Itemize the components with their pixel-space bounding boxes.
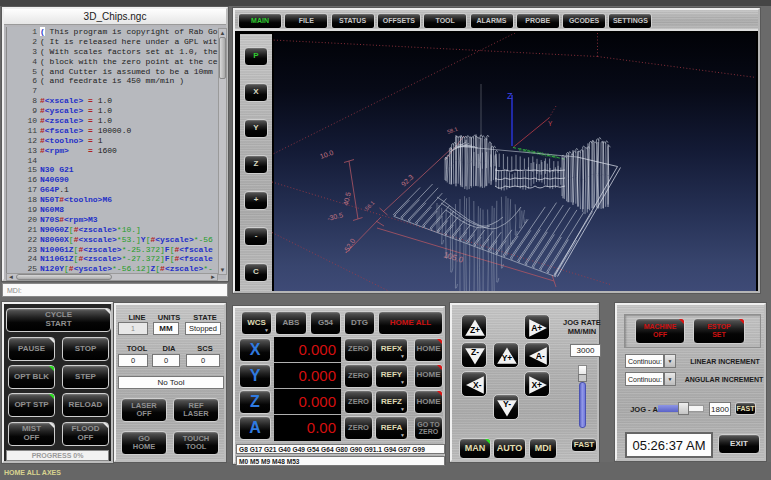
svg-text:Z-: Z- xyxy=(471,347,479,357)
svg-text:-30.5: -30.5 xyxy=(326,211,343,222)
svg-text:10.0: 10.0 xyxy=(319,149,334,160)
svg-text:X-: X- xyxy=(473,380,482,390)
svg-text:92.3: 92.3 xyxy=(400,173,415,187)
svg-text:Z+: Z+ xyxy=(470,325,480,335)
svg-text:Y-: Y- xyxy=(503,399,511,409)
svg-text:-52.0: -52.0 xyxy=(342,237,356,254)
svg-text:-56.1: -56.1 xyxy=(362,200,375,213)
svg-text:X+: X+ xyxy=(531,380,542,390)
svg-text:Y: Y xyxy=(548,120,553,127)
svg-text:A+: A+ xyxy=(531,323,542,333)
svg-text:A-: A- xyxy=(536,351,545,361)
svg-text:Y+: Y+ xyxy=(502,353,513,363)
svg-text:Z: Z xyxy=(507,91,513,101)
svg-text:58.1: 58.1 xyxy=(446,126,458,135)
svg-text:40.5: 40.5 xyxy=(342,191,352,206)
